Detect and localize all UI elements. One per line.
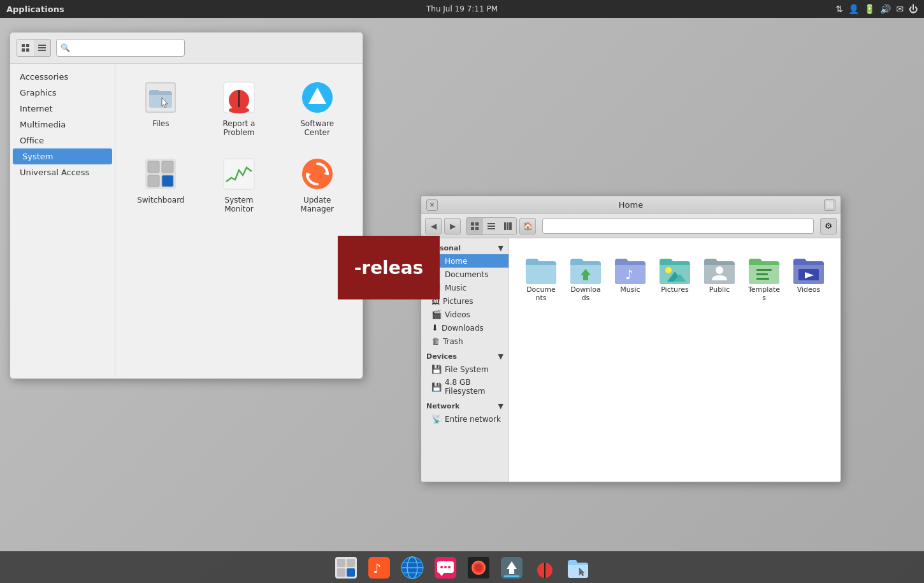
fm-settings-button[interactable]: ⚙ <box>820 218 837 234</box>
taskbar-browser[interactable] <box>397 552 428 583</box>
fm-network-section: Network ▼ 📡 Entire network <box>421 400 509 426</box>
svg-rect-0 <box>22 44 25 47</box>
svg-rect-2 <box>22 48 25 52</box>
svg-rect-56 <box>337 568 345 577</box>
svg-point-71 <box>448 566 451 568</box>
fm-sidebar-network[interactable]: 📡 Entire network <box>421 412 509 426</box>
devices-collapse-icon[interactable]: ▼ <box>498 352 503 361</box>
app-menu-window: 🔍 Accessories Graphics Internet Multimed… <box>10 32 363 379</box>
music-folder-label: Music <box>620 285 640 294</box>
fm-close-button[interactable]: ✕ <box>426 199 438 211</box>
taskbar-files[interactable] <box>563 552 593 583</box>
search-container: 🔍 <box>56 39 356 57</box>
taskbar-music[interactable]: ♪ <box>364 552 394 583</box>
app-item-report[interactable]: Report a Problem <box>203 73 275 143</box>
category-office[interactable]: Office <box>10 133 115 148</box>
svg-rect-26 <box>148 175 159 187</box>
fm-icon-view-button[interactable] <box>466 218 483 234</box>
svg-rect-27 <box>162 175 173 187</box>
filesystem-sidebar-icon: 💾 <box>431 364 442 374</box>
volume-icon[interactable]: 🔊 <box>880 4 891 14</box>
file-manager-window: ✕ Home ⬜ ◀ ▶ <box>421 196 841 482</box>
fm-column-view-button[interactable] <box>500 218 516 234</box>
category-graphics[interactable]: Graphics <box>10 85 115 101</box>
svg-rect-24 <box>148 161 159 173</box>
downloads-sidebar-icon: ⬇ <box>431 323 438 333</box>
app-item-switchboard[interactable]: Switchboard <box>125 150 197 220</box>
48gb-sidebar-label: 4.8 GB Filesystem <box>445 378 503 396</box>
downloads-folder-icon <box>569 256 602 285</box>
sort-icon[interactable]: ⇅ <box>836 4 844 14</box>
fm-back-button[interactable]: ◀ <box>425 218 442 234</box>
category-system[interactable]: System <box>13 148 112 164</box>
taskbar-chat[interactable] <box>430 552 461 583</box>
svg-rect-49 <box>756 273 768 275</box>
network-sidebar-label: Entire network <box>445 415 501 424</box>
list-view-button[interactable] <box>34 40 50 56</box>
fm-item-videos[interactable]: Videos <box>790 251 828 307</box>
app-menu-body: Accessories Graphics Internet Multimedia… <box>10 64 363 378</box>
fm-item-public[interactable]: Public <box>700 251 739 307</box>
files-label: Files <box>152 119 169 128</box>
fm-item-downloads[interactable]: Downloads <box>567 251 605 307</box>
fm-view-buttons <box>466 217 517 235</box>
fm-item-music[interactable]: ♪ Music <box>611 251 649 307</box>
files-icon <box>143 80 178 115</box>
category-universal-access[interactable]: Universal Access <box>10 164 115 180</box>
battery-icon[interactable]: 🔋 <box>864 4 875 14</box>
personal-collapse-icon[interactable]: ▼ <box>498 244 503 252</box>
svg-point-20 <box>229 107 249 113</box>
fm-list-view-button[interactable] <box>483 218 500 234</box>
svg-rect-55 <box>347 559 355 567</box>
app-item-software[interactable]: Software Center <box>281 73 353 143</box>
templates-folder-label: Templates <box>747 285 781 302</box>
svg-rect-54 <box>337 559 345 567</box>
fm-sidebar-downloads[interactable]: ⬇ Downloads <box>421 321 509 335</box>
templates-folder-icon <box>747 256 781 285</box>
public-folder-label: Public <box>709 285 730 294</box>
fm-sidebar-trash[interactable]: 🗑 Trash <box>421 335 509 348</box>
videos-folder-label: Videos <box>797 285 821 294</box>
svg-rect-1 <box>26 44 29 47</box>
documents-folder-icon <box>524 256 558 285</box>
svg-rect-40 <box>507 222 509 230</box>
pictures-sidebar-label: Pictures <box>443 297 473 306</box>
fm-body: Personal ▼ 🏠 Home 📄 Documents 🎵 Music <box>421 238 841 482</box>
network-collapse-icon[interactable]: ▼ <box>498 402 503 410</box>
switchboard-label: Switchboard <box>137 196 184 205</box>
fm-sidebar-videos[interactable]: 🎬 Videos <box>421 308 509 321</box>
music-sidebar-label: Music <box>445 284 466 292</box>
fm-home-button[interactable]: 🏠 <box>519 218 536 234</box>
updater-label: Update Manager <box>287 196 347 213</box>
fm-devices-header: Devices ▼ <box>421 350 509 363</box>
taskbar-capture[interactable] <box>463 552 494 583</box>
category-accessories[interactable]: Accessories <box>10 69 115 85</box>
taskbar-report[interactable] <box>530 552 560 583</box>
applications-menu-button[interactable]: Applications <box>6 4 64 14</box>
app-item-updater[interactable]: Update Manager <box>281 150 353 220</box>
user-icon[interactable]: 👤 <box>848 4 859 14</box>
app-item-sysmon[interactable]: System Monitor <box>203 150 275 220</box>
search-input[interactable] <box>56 39 185 57</box>
datetime-display: Thu Jul 19 7:11 PM <box>426 4 498 13</box>
power-icon[interactable]: ⏻ <box>909 4 918 14</box>
top-panel: Applications Thu Jul 19 7:11 PM ⇅ 👤 🔋 🔊 … <box>0 0 924 18</box>
app-item-files[interactable]: Files <box>125 73 197 143</box>
mail-icon[interactable]: ✉ <box>896 4 904 14</box>
fm-sidebar-filesystem[interactable]: 💾 File System <box>421 363 509 376</box>
sysmon-label: System Monitor <box>210 196 269 213</box>
fm-item-documents[interactable]: Documents <box>522 251 560 307</box>
grid-view-button[interactable] <box>17 40 34 56</box>
fm-maximize-button[interactable]: ⬜ <box>824 199 835 211</box>
videos-sidebar-icon: 🎬 <box>431 310 442 319</box>
category-sidebar: Accessories Graphics Internet Multimedia… <box>10 64 115 378</box>
fm-item-templates[interactable]: Templates <box>745 251 783 307</box>
category-multimedia[interactable]: Multimedia <box>10 117 115 133</box>
svg-rect-50 <box>756 278 769 280</box>
fm-sidebar-48gb[interactable]: 💾 4.8 GB Filesystem <box>421 376 509 398</box>
fm-item-pictures[interactable]: Pictures <box>656 251 694 307</box>
taskbar-switchboard[interactable] <box>331 552 361 583</box>
taskbar-downloader[interactable] <box>496 552 527 583</box>
fm-forward-button[interactable]: ▶ <box>444 218 461 234</box>
category-internet[interactable]: Internet <box>10 101 115 117</box>
